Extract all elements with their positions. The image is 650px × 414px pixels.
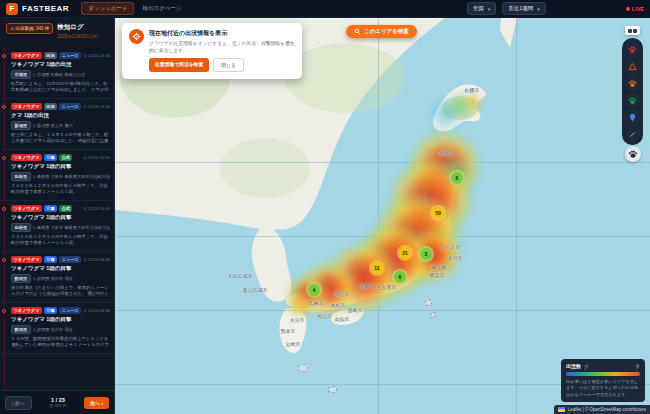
attribution-text[interactable]: Leaflet | © OpenStreetMap contributors [568,407,646,412]
pin-icon [628,113,637,122]
tag-目撃: 目撃 [44,256,57,263]
layers-control[interactable] [625,26,640,35]
period-select[interactable]: 直近1週間 ▾ [502,2,546,15]
nav-detection-log[interactable]: 検出ログページ [142,5,181,12]
close-popup-button[interactable]: 閉じる [213,58,244,72]
region-select-value: 全国 [473,5,484,12]
log-item[interactable]: ツキノワグマ出没ニュース⊙ 12/24 13:40 クマ 1頭の出没 新潟県 ◇… [0,99,114,150]
tag-ツキノワグマ: ツキノワグマ [11,154,42,161]
pagination-bar: ‹ 前へ 1 / 23 全 342 件 次へ › [0,390,114,414]
app-root: F FASTBEAR ダッシュボード 検出ログページ 全国 ▾ 直近1週間 ▾ … [0,0,650,414]
tag-出没: 出没 [44,52,57,59]
search-this-area-button[interactable]: このエリアを検索 [346,25,417,38]
city-label: 高松市 [331,302,346,308]
ukraine-flag-icon [558,407,565,412]
island-outline [328,386,337,393]
graticule-line [115,162,650,163]
tag-ニュース: ニュース [59,307,81,314]
cluster-marker[interactable]: 11 [369,260,385,276]
next-page-button[interactable]: 次へ › [84,397,109,409]
density-legend: 出没数 少 多 色が濃いほど報告が多いエリアを示します。十分に拡大すると個々の出… [561,359,645,402]
island-outline [430,312,436,318]
graticule-line [115,236,650,237]
log-time: ⊙ 12/24 13:45 [83,53,110,58]
prefecture-tag: 島根県 [11,223,31,232]
city-label: 大分市 [290,317,305,323]
tag-目撃: 目撃 [44,307,57,314]
graticule-line [378,18,379,414]
log-list: ツキノワグマ出没ニュース⊙ 12/24 13:45 ツキノワグマ 1頭の出没 宮… [0,48,114,390]
cluster-marker[interactable]: 59 [430,205,446,221]
log-item-title: ツキノワグマ 1頭の目撃 [11,265,110,272]
bear-red-filter-button[interactable] [626,42,640,56]
total-count: 全 342 件 [32,403,85,408]
timeline-node-icon [2,54,6,58]
legend-title: 出没数 [566,363,581,369]
marker-blue-filter-button[interactable] [626,110,640,124]
cluster-marker[interactable]: 3 [418,246,434,262]
city-label: いわき市 [440,244,460,250]
log-item-title: ツキノワグマ 1頭の目撃 [11,214,110,221]
bear-amber-filter-button[interactable] [626,76,640,90]
city-label: 広島市 [309,300,324,306]
other-filter-button[interactable] [626,127,640,141]
filter-toolbar [622,38,643,145]
city-label: 札幌市 [465,87,480,93]
city-label: 松山市 [318,313,333,319]
tag-目撃: 目撃 [44,205,57,212]
log-item[interactable]: ツキノワグマ目撃ニュース⊙ 12/24 08:48 ツキノワグマ 1頭の目撃 静… [0,252,114,303]
prev-page-button[interactable]: ‹ 前へ [5,396,32,410]
prefecture-tag: 宮城県 [11,70,31,79]
legend-description: 色が濃いほど報告が多いエリアを示します。十分に拡大すると個々の出現地点が点マーカ… [566,379,640,398]
popup-body: ブラウザの位置情報をオンにすると、近くの出没・目撃情報を優先的に表示します。 [149,40,295,54]
paw-marker-toggle[interactable] [625,146,641,162]
bear-green-filter-button[interactable] [626,93,640,107]
cluster-marker[interactable]: 4 [306,282,322,298]
cluster-marker[interactable]: 6 [392,269,408,285]
cluster-marker[interactable]: 21 [397,245,413,261]
map-attribution: Leaflet | © OpenStreetMap contributors [554,405,650,414]
cluster-count: 6 [451,172,463,184]
city-label: 京都市 [360,283,375,289]
graticule-line [115,310,650,311]
log-time: ⊙ 12/24 08:48 [83,257,110,262]
paw-icon [628,79,637,88]
log-body: ２４日朝、静岡県掛川市溜水の路上でトラックを運転していた男性が体長およそ１メート… [11,336,110,349]
log-date: 2025年12月25日(木) [57,34,98,39]
location-permission-popup: 現在地付近の出没情報を表示 ブラウザの位置情報をオンにすると、近くの出没・目撃情… [122,23,302,79]
city-label: 横浜市 [430,272,445,278]
log-body: 村上市によると、１２月２４日午後１時ごろ、村上市桑川にクマ１頭が出没した。現場付… [11,132,110,145]
heatmap-canvas[interactable]: 札幌市函館市いわき市水戸市東京都横浜市名古屋市京都市岡山市広島市高松市徳島市松山… [115,18,650,414]
city-label: 宮崎市 [286,341,301,347]
log-item-title: クマ 1頭の出没 [11,112,110,119]
paw-icon [628,96,637,105]
tag-目撃: 目撃 [44,154,57,161]
sightings-count-badge: ⚠ 出没事例: 342 件 [6,23,53,34]
tag-ツキノワグマ: ツキノワグマ [11,205,42,212]
search-nearby-button[interactable]: 位置情報で周辺を検索 [149,58,209,72]
log-item[interactable]: ツキノワグマ目撃ニュース⊙ 12/24 08:48 ツキノワグマ 1頭の目撃 静… [0,303,114,354]
city-label: 岡山市 [335,291,350,297]
log-body: 掛川市溜水（たまり）の路上で、体長約１メートルのクマのような動物が目撃された。通… [11,285,110,298]
timeline-node-icon [2,207,6,211]
warning-filter-button[interactable] [626,59,640,73]
log-time: ⊙ 12/24 13:40 [83,104,110,109]
city-label: 徳島市 [348,307,363,313]
layers-icon [633,29,637,33]
cluster-count: 3 [420,248,432,260]
cluster-marker[interactable]: 6 [449,170,465,186]
brand-title: FASTBEAR [22,4,69,13]
region-select[interactable]: 全国 ▾ [467,2,497,15]
paw-icon [628,45,637,54]
log-time: ⊙ 12/24 10:00 [83,206,110,211]
log-time: ⊙ 12/24 10:00 [83,155,110,160]
log-location: ◇ 新潟県 村上市 桑川 [33,123,73,128]
log-item[interactable]: ツキノワグマ目撃公式⊙ 12/24 10:00 ツキノワグマ 1頭の目撃 島根県… [0,150,114,201]
log-item[interactable]: ツキノワグマ目撃公式⊙ 12/24 10:00 ツキノワグマ 1頭の目撃 島根県… [0,201,114,252]
tag-公式: 公式 [59,205,72,212]
tag-出没: 出没 [44,103,57,110]
nav-dashboard[interactable]: ダッシュボード [81,2,134,15]
log-item[interactable]: ツキノワグマ出没ニュース⊙ 12/24 13:45 ツキノワグマ 1頭の出没 宮… [0,48,114,99]
layers-icon [628,29,632,33]
top-header: F FASTBEAR ダッシュボード 検出ログページ 全国 ▾ 直近1週間 ▾ … [0,0,650,18]
